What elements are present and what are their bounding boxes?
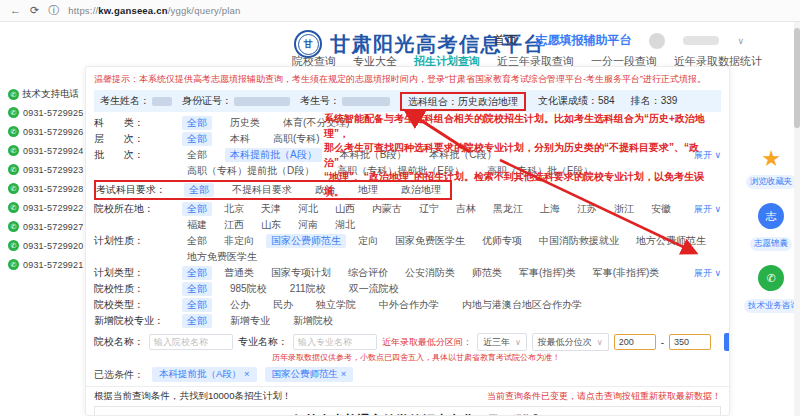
filter-option[interactable]: 军事(指挥)类 (514, 266, 581, 280)
filter-option[interactable]: 高职（专科）提前批（E段） (332, 164, 469, 178)
filter-option[interactable]: 国家专项计划 (266, 266, 336, 280)
expand-link[interactable]: 展开 ∨ (694, 202, 721, 216)
filter-option[interactable]: 上海 (535, 202, 565, 216)
major-name-input[interactable] (293, 334, 377, 350)
filter-option[interactable]: 政治地理 (396, 183, 446, 197)
filter-option[interactable]: 河北 (293, 202, 323, 216)
float-item[interactable]: 志志愿锦囊 (744, 203, 798, 251)
expand-link[interactable]: 展开 ∨ (694, 148, 721, 162)
score-min-input[interactable] (614, 334, 656, 350)
refresh-icon[interactable]: ⟳ (30, 5, 39, 16)
filter-option[interactable]: 内蒙古 (367, 202, 407, 216)
filter-option[interactable]: 定向 (353, 234, 383, 248)
filter-option[interactable]: 不提科目要求 (227, 183, 297, 197)
filter-option[interactable]: 全部 (182, 314, 212, 328)
filter-option[interactable]: 全部 (182, 132, 212, 146)
filter-option[interactable]: 公安消防类 (400, 266, 460, 280)
filter-option[interactable]: 独立学院 (311, 298, 361, 312)
chevron-down-icon[interactable]: ∨ (737, 36, 744, 46)
filter-option[interactable]: 本科 (225, 132, 255, 146)
filter-option[interactable]: 高职（专科）批（F段） (482, 164, 598, 178)
float-item-label[interactable]: 技术业务咨询 (744, 294, 798, 313)
pouch-icon[interactable]: 志 (758, 203, 784, 229)
filter-option[interactable]: 全部 (182, 116, 212, 130)
filter-option[interactable]: 民办 (268, 298, 298, 312)
filter-option[interactable]: 高职（专科）提前批（D段） (182, 164, 319, 178)
close-icon[interactable]: × (244, 368, 250, 379)
assist-platform-link[interactable]: 志愿填报辅助平台 (535, 32, 631, 49)
back-icon[interactable]: ← (10, 5, 21, 16)
filter-option[interactable]: 公办 (225, 298, 255, 312)
filter-option[interactable]: 军事(非指挥)类 (588, 266, 665, 280)
filter-option[interactable]: 高职(专科) (268, 132, 325, 146)
filter-option[interactable]: 211院校 (285, 282, 331, 296)
filter-option[interactable]: 江苏 (572, 202, 602, 216)
star-icon[interactable]: ★ (744, 148, 798, 170)
filter-option[interactable]: 江西 (219, 218, 249, 232)
filter-option[interactable]: 全部 (182, 266, 212, 280)
year-range-select[interactable]: 近三年∨ (477, 333, 527, 351)
filter-option[interactable]: 黑龙江 (488, 202, 528, 216)
phone-item[interactable]: ✆0931-5729922 (8, 202, 82, 213)
filter-option[interactable]: 本科批（B段） (335, 148, 412, 162)
filter-option[interactable]: 国家免费医学生 (390, 234, 470, 248)
filter-option[interactable]: 政治 (310, 183, 340, 197)
filter-option[interactable]: 全部 (182, 234, 212, 248)
filter-option[interactable]: 地方免费医学生 (182, 250, 262, 264)
filter-option[interactable]: 内地与港澳台地区合作办学 (457, 298, 587, 312)
headset-icon[interactable]: ✆ (758, 265, 784, 291)
rank-mode-select[interactable]: 按最低分位次∨ (532, 333, 609, 351)
phone-item[interactable]: ✆0931-5729920 (8, 240, 82, 251)
url-bar[interactable]: https://kw.ganseea.cn/yggk/query/plan (68, 5, 240, 16)
expand-link[interactable]: 展开 ∨ (694, 266, 721, 280)
filter-option[interactable]: 天津 (256, 202, 286, 216)
avatar[interactable] (649, 33, 665, 49)
filter-option[interactable]: 本科提前批（A段） (225, 148, 322, 162)
float-item-label[interactable]: 志愿锦囊 (744, 232, 798, 251)
filter-option[interactable]: 新增院校 (288, 314, 338, 328)
scrollbar-thumb[interactable] (794, 28, 800, 128)
float-item[interactable]: ★浏览收藏夹 (744, 148, 798, 189)
filter-option[interactable]: 全部 (182, 202, 212, 216)
phone-item[interactable]: ✆0931-5729926 (8, 126, 82, 137)
filter-option[interactable]: 福建 (182, 218, 212, 232)
filter-option[interactable]: 全部 (184, 183, 214, 197)
filter-option[interactable]: 体育(不分文理) (278, 116, 355, 130)
filter-option[interactable]: 浙江 (609, 202, 639, 216)
filter-option[interactable]: 中国消防救援就业 (534, 234, 624, 248)
float-item[interactable]: ✆技术业务咨询 (744, 265, 798, 313)
filter-option[interactable]: 辽宁 (414, 202, 444, 216)
filter-option[interactable]: 湖北 (330, 218, 360, 232)
filter-option[interactable]: 全部 (182, 148, 212, 162)
phone-item[interactable]: ✆0931-5729923 (8, 164, 82, 175)
filter-option[interactable]: 吉林 (451, 202, 481, 216)
filter-option[interactable]: 普通类 (219, 266, 259, 280)
selected-tag[interactable]: 本科提前批（A段） × (152, 367, 257, 382)
filter-option[interactable]: 安徽 (646, 202, 676, 216)
phone-item[interactable]: ✆0931-5729924 (8, 145, 82, 156)
close-icon[interactable]: × (341, 368, 347, 379)
filter-option[interactable]: 国家公费师范生 (266, 234, 346, 248)
float-item-label[interactable]: 浏览收藏夹 (744, 170, 798, 189)
scrollbar[interactable] (794, 22, 800, 416)
filter-option[interactable]: 地理 (353, 183, 383, 197)
filter-option[interactable]: 非定向 (219, 234, 259, 248)
score-max-input[interactable] (669, 334, 711, 350)
filter-option[interactable]: 全部 (182, 282, 212, 296)
phone-item[interactable]: ✆0931-5729928 (8, 183, 82, 194)
filter-option[interactable]: 双一流院校 (344, 282, 404, 296)
filter-option[interactable]: 本科批（C段） (424, 148, 501, 162)
filter-option[interactable]: 全部 (182, 298, 212, 312)
selected-tag[interactable]: 国家公费师范生 × (265, 367, 354, 382)
filter-option[interactable]: 新增专业 (225, 314, 275, 328)
filter-option[interactable]: 中外合作办学 (374, 298, 444, 312)
filter-option[interactable]: 历史类 (225, 116, 265, 130)
filter-option[interactable]: 985院校 (225, 282, 272, 296)
filter-option[interactable]: 北京 (219, 202, 249, 216)
phone-item[interactable]: ✆0931-5729925 (8, 107, 82, 118)
filter-option[interactable]: 综合评价 (343, 266, 393, 280)
filter-option[interactable]: 河南 (293, 218, 323, 232)
query-button[interactable]: 查询 (724, 333, 730, 351)
phone-item[interactable]: ✆0931-5729927 (8, 221, 82, 232)
filter-option[interactable]: 师范类 (467, 266, 507, 280)
